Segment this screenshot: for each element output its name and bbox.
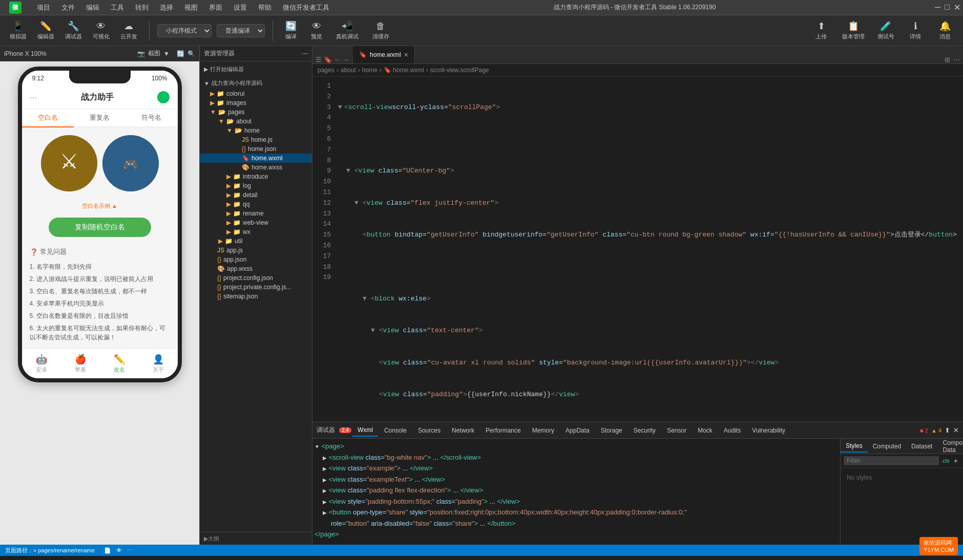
project-title[interactable]: ▼ 战力查询小程序源码 xyxy=(200,77,312,89)
folder-wx[interactable]: ▶ 📁 wx xyxy=(200,227,312,236)
dom-expand-6[interactable]: ▶ xyxy=(323,499,327,505)
split-editor-icon[interactable]: ⊞ xyxy=(945,56,950,63)
editor-menu-icon[interactable]: ☰ xyxy=(316,56,322,63)
folder-home[interactable]: ▼ 📂 home xyxy=(200,126,312,135)
nav-apple[interactable]: 🍎 苹果 xyxy=(61,352,100,376)
file-home-js[interactable]: JS home.js xyxy=(200,135,312,144)
tab-appdata[interactable]: AppData xyxy=(560,425,595,436)
version-btn[interactable]: 📋 版本管理 xyxy=(838,18,869,42)
tab-performance[interactable]: Performance xyxy=(480,425,526,436)
folder-qq[interactable]: ▶ 📁 qq xyxy=(200,200,312,209)
editor-back-icon[interactable]: ← xyxy=(334,56,341,63)
file-project-config[interactable]: {} project.config.json xyxy=(200,273,312,283)
dom-line-7b[interactable]: role="button" aria-disabled="false" clas… xyxy=(315,518,838,529)
tab-mock[interactable]: Mock xyxy=(693,425,718,436)
open-editors-title[interactable]: ▶ 打开始编辑器 xyxy=(200,63,312,75)
dom-line-4[interactable]: ▶ <view class="exampleText"> ... </view> xyxy=(315,474,838,485)
tab-close-btn[interactable]: × xyxy=(404,51,408,59)
menu-tool[interactable]: 工具 xyxy=(106,2,129,14)
compile-dropdown[interactable]: 普通编译 xyxy=(217,24,265,37)
folder-detail[interactable]: ▶ 📁 detail xyxy=(200,190,312,200)
dom-line-5[interactable]: ▶ <view class="padding flex flex-directi… xyxy=(315,485,838,496)
folder-pages[interactable]: ▼ 📂 pages xyxy=(200,107,312,117)
msg-btn[interactable]: 🔔 消息 xyxy=(932,18,958,42)
eye-icon[interactable]: 👁 xyxy=(116,547,122,553)
dom-line-8[interactable]: </page> xyxy=(315,529,838,540)
sim-settings-icon[interactable]: ▼ xyxy=(163,50,170,57)
folder-util[interactable]: ▶ 📁 util xyxy=(200,236,312,246)
tab-audits[interactable]: Audits xyxy=(719,425,746,436)
simulator-btn[interactable]: 📱 模拟器 xyxy=(5,18,31,42)
folder-web-view[interactable]: ▶ 📁 web-view xyxy=(200,218,312,227)
upload-btn[interactable]: ⬆ 上传 xyxy=(808,18,834,42)
file-home-wxss[interactable]: 🎨 home.wxss xyxy=(200,163,312,172)
component-data-tab[interactable]: Component Data xyxy=(937,439,963,456)
file-home-wxml[interactable]: 🔖 home.wxml xyxy=(200,154,312,163)
dom-line-3[interactable]: ▶ <view class="example"> ... </view> xyxy=(315,463,838,474)
nav-android[interactable]: 🤖 安卓 xyxy=(22,352,61,376)
folder-rename[interactable]: ▶ 📁 rename xyxy=(200,209,312,218)
sim-inspect-icon[interactable]: 🔍 xyxy=(187,50,195,57)
tab-symbol-name[interactable]: 符号名 xyxy=(125,109,177,126)
file-app-json[interactable]: {} app.json xyxy=(200,255,312,264)
dom-line-6[interactable]: ▶ <view style="padding-bottom:55px;" cla… xyxy=(315,496,838,507)
file-tree-footer[interactable]: ▶ 大纲 xyxy=(200,532,312,545)
dom-expand-7[interactable]: ▶ xyxy=(323,510,327,515)
real-debug-btn[interactable]: 📲 真机调试 xyxy=(332,18,363,42)
devtools-close-icon[interactable]: ✕ xyxy=(953,426,959,434)
tab-wxml[interactable]: Wxml xyxy=(352,424,378,437)
styles-filter-input[interactable] xyxy=(844,456,939,465)
nav-rename[interactable]: ✏️ 改名 xyxy=(100,352,139,376)
menu-interface[interactable]: 界面 xyxy=(204,2,227,14)
file-app-js[interactable]: JS app.js xyxy=(200,246,312,255)
cloud-btn[interactable]: ☁ 云开发 xyxy=(116,18,141,42)
add-rule-btn[interactable]: + xyxy=(952,457,960,465)
menu-edit[interactable]: 编辑 xyxy=(81,2,104,14)
tab-network[interactable]: Network xyxy=(447,425,479,436)
dom-line-2[interactable]: ▶ <scroll-view class="bg-white nav"> ...… xyxy=(315,452,838,463)
mode-dropdown[interactable]: 小程序模式 xyxy=(157,24,212,37)
dom-expand-3[interactable]: ▶ xyxy=(323,466,327,471)
visual-btn[interactable]: 👁 可视化 xyxy=(88,19,114,42)
preview-btn[interactable]: 👁 预览 xyxy=(306,19,327,42)
tab-security[interactable]: Security xyxy=(629,425,661,436)
folder-introduce[interactable]: ▶ 📁 introduce xyxy=(200,172,312,181)
file-app-wxss[interactable]: 🎨 app.wxss xyxy=(200,264,312,273)
sim-refresh-icon[interactable]: 🔄 xyxy=(177,50,184,57)
screenshot-icon[interactable]: 📷 xyxy=(137,50,145,57)
clean-btn[interactable]: 🗑 清缓存 xyxy=(368,19,393,42)
dom-expand-5[interactable]: ▶ xyxy=(323,488,327,493)
tab-sources[interactable]: Sources xyxy=(413,425,446,436)
nav-about[interactable]: 👤 关于 xyxy=(139,352,178,376)
devtools-expand-icon[interactable]: ⬆ xyxy=(945,426,950,434)
file-project-private[interactable]: {} project.private.config.js... xyxy=(200,283,312,292)
tab-storage[interactable]: Storage xyxy=(596,425,627,436)
folder-log[interactable]: ▶ 📁 log xyxy=(200,181,312,190)
dom-expand-1[interactable]: ▼ xyxy=(315,444,320,449)
dom-line-7[interactable]: ▶ <button open-type="share" style="posit… xyxy=(315,507,838,518)
file-sitemap[interactable]: {} sitemap.json xyxy=(200,292,312,301)
tab-console[interactable]: Console xyxy=(379,425,412,436)
dom-expand-4[interactable]: ▶ xyxy=(323,477,327,483)
editor-forward-icon[interactable]: → xyxy=(343,56,349,63)
detail-btn[interactable]: ℹ 详情 xyxy=(903,18,928,42)
menu-settings[interactable]: 设置 xyxy=(228,2,252,14)
more-icon[interactable]: ⋯ xyxy=(127,547,133,554)
folder-about[interactable]: ▼ 📂 about xyxy=(200,117,312,126)
compile-btn[interactable]: 🔄 编译 xyxy=(281,18,301,42)
editor-more-icon[interactable]: ⋯ xyxy=(953,56,960,63)
folder-colorui[interactable]: ▶ 📁 colorui xyxy=(200,89,312,98)
computed-tab[interactable]: Computed xyxy=(868,441,906,452)
tab-memory[interactable]: Memory xyxy=(527,425,559,436)
menu-project[interactable]: 项目 xyxy=(32,2,55,14)
styles-tab[interactable]: Styles xyxy=(841,440,868,453)
menu-view[interactable]: 视图 xyxy=(179,2,203,14)
test-btn[interactable]: 🧪 测试号 xyxy=(873,18,898,42)
tab-vulnerability[interactable]: Vulnerability xyxy=(747,425,790,436)
back-icon[interactable]: ··· xyxy=(30,92,37,103)
menu-file[interactable]: 文件 xyxy=(56,2,80,14)
dataset-tab[interactable]: Dataset xyxy=(906,441,937,452)
debugger-btn[interactable]: 🔧 调试器 xyxy=(60,18,86,42)
close-btn[interactable]: ✕ xyxy=(954,3,960,12)
dom-line-1[interactable]: ▼ <page> xyxy=(315,441,838,452)
